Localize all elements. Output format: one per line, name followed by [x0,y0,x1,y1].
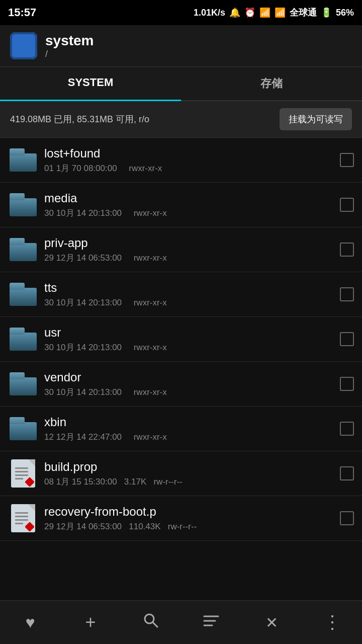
file-name: lost+found [44,146,340,160]
header: R system / [0,25,362,67]
folder-icon [10,417,37,440]
file-info: recovery-from-boot.p 29 12月 14 06:53:00 … [38,505,340,532]
folder-icon [10,372,37,395]
folder-icon-wrap [8,190,38,220]
folder-icon-wrap [8,279,38,309]
network-speed: 1.01K/s [194,8,225,18]
file-info: xbin 12 12月 14 22:47:00 rwxr-xr-x [38,415,340,443]
storage-info: 419.08MB 已用, 85.31MB 可用, r/o [10,113,149,125]
folder-icon [10,193,37,216]
file-info: build.prop 08 1月 15 15:30:00 3.17K rw-r-… [38,460,340,488]
add-button[interactable]: + [75,610,106,635]
svg-rect-0 [10,32,37,59]
file-name: usr [44,326,340,340]
svg-text:R: R [21,44,27,54]
more-icon: ⋮ [323,612,340,633]
file-doc-icon [11,459,35,488]
file-name: media [44,191,340,205]
folder-icon-wrap [8,414,38,444]
file-info: media 30 10月 14 20:13:00 rwxr-xr-x [38,191,340,219]
file-checkbox[interactable] [340,466,354,480]
folder-icon-wrap [8,234,38,265]
list-item[interactable]: lost+found 01 1月 70 08:00:00 rwxr-xr-x [0,138,362,183]
file-checkbox[interactable] [340,287,354,301]
file-icon-wrap [8,458,38,489]
file-list: lost+found 01 1月 70 08:00:00 rwxr-xr-x m… [0,138,362,586]
file-checkbox[interactable] [340,377,354,391]
file-meta: 01 1月 70 08:00:00 rwxr-xr-x [44,163,340,174]
bottom-bar: ♥ + ✕ ⋮ [0,600,362,644]
svg-line-6 [153,622,157,627]
file-checkbox[interactable] [340,332,354,346]
file-meta: 29 12月 14 06:53:00 rwxr-xr-x [44,252,340,264]
folder-icon-wrap [8,369,38,399]
tab-system[interactable]: SYSTEM [0,67,181,100]
file-checkbox[interactable] [340,422,354,436]
header-text: system / [45,33,352,59]
file-name: tts [44,281,340,295]
file-info: lost+found 01 1月 70 08:00:00 rwxr-xr-x [38,146,340,174]
svg-rect-2 [14,42,33,55]
file-meta: 30 10月 14 20:13:00 rwxr-xr-x [44,297,340,308]
folder-icon-wrap [8,324,38,354]
sort-icon [203,613,219,632]
wifi-icon: 📶 [259,7,270,18]
sort-button[interactable] [196,610,226,635]
list-item[interactable]: media 30 10月 14 20:13:00 rwxr-xr-x [0,183,362,227]
list-item[interactable]: xbin 12 12月 14 22:47:00 rwxr-xr-x [0,407,362,451]
file-name: priv-app [44,236,340,250]
file-info: tts 30 10月 14 20:13:00 rwxr-xr-x [38,281,340,308]
folder-icon [10,238,37,261]
alarm-icon: ⏰ [244,7,255,18]
svg-rect-3 [14,40,22,44]
file-name: build.prop [44,460,340,474]
tabs: SYSTEM 存储 [0,67,362,101]
file-info: usr 30 10月 14 20:13:00 rwxr-xr-x [38,326,340,353]
status-bar: 15:57 1.01K/s 🔔 ⏰ 📶 📶 全球通 🔋 56% [0,0,362,25]
header-path: / [45,49,352,59]
storage-bar: 419.08MB 已用, 85.31MB 可用, r/o 挂载为可读写 [0,101,362,138]
file-meta: 30 10月 14 20:13:00 rwxr-xr-x [44,207,340,219]
status-time: 15:57 [8,6,36,19]
close-button[interactable]: ✕ [256,610,287,635]
tab-storage[interactable]: 存储 [181,67,362,100]
more-button[interactable]: ⋮ [317,610,347,635]
folder-icon-wrap [8,145,38,175]
folder-icon [10,148,37,172]
file-icon-wrap [8,503,38,533]
file-name: vendor [44,370,340,384]
list-item[interactable]: build.prop 08 1月 15 15:30:00 3.17K rw-r-… [0,451,362,496]
favorite-button[interactable]: ♥ [15,610,45,635]
list-item[interactable]: vendor 30 10月 14 20:13:00 rwxr-xr-x [0,362,362,407]
file-checkbox[interactable] [340,243,354,257]
file-meta: 29 12月 14 06:53:00 110.43K rw-r--r-- [44,521,340,532]
notification-icon: 🔔 [229,7,240,18]
file-doc-icon [11,504,35,532]
file-name: xbin [44,415,340,429]
battery-level: 56% [336,8,354,18]
file-checkbox[interactable] [340,511,354,525]
file-name: recovery-from-boot.p [44,505,340,519]
search-button[interactable] [136,610,166,635]
close-icon: ✕ [265,614,278,631]
file-meta: 12 12月 14 22:47:00 rwxr-xr-x [44,431,340,443]
header-title: system [45,33,352,49]
folder-icon [10,328,37,351]
battery-icon: 🔋 [321,7,332,18]
file-meta: 08 1月 15 15:30:00 3.17K rw-r--r-- [44,476,340,488]
list-item[interactable]: usr 30 10月 14 20:13:00 rwxr-xr-x [0,317,362,362]
file-meta: 30 10月 14 20:13:00 rwxr-xr-x [44,386,340,398]
search-icon [143,612,159,632]
file-checkbox[interactable] [340,198,354,212]
list-item[interactable]: priv-app 29 12月 14 06:53:00 rwxr-xr-x [0,227,362,272]
carrier-label: 全球通 [290,7,317,19]
mount-button[interactable]: 挂载为可读写 [280,108,352,130]
app-icon: R [10,32,37,59]
file-info: vendor 30 10月 14 20:13:00 rwxr-xr-x [38,370,340,398]
status-right: 1.01K/s 🔔 ⏰ 📶 📶 全球通 🔋 56% [194,7,354,19]
list-item[interactable]: tts 30 10月 14 20:13:00 rwxr-xr-x [0,272,362,317]
plus-icon: + [85,612,96,633]
file-checkbox[interactable] [340,153,354,167]
list-item[interactable]: recovery-from-boot.p 29 12月 14 06:53:00 … [0,496,362,541]
heart-icon: ♥ [26,613,35,632]
